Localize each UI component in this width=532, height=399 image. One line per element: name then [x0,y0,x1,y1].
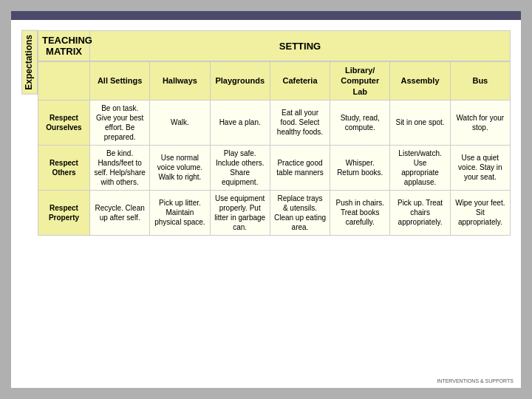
table-row: Respect PropertyRecycle. Clean up after … [38,190,511,235]
cell-r2-c2: Use equipment properly. Put litter in ga… [210,190,270,235]
cell-r1-c2: Play safe. Include others. Share equipme… [210,145,270,190]
cell-r2-c0: Recycle. Clean up after self. [90,190,150,235]
table-row: Respect OthersBe kind. Hands/feet to sel… [38,145,511,190]
setting-header: SETTING [90,31,511,61]
table-row: Respect OurselvesBe on task. Give your b… [38,100,511,145]
cell-r1-c4: Whisper. Return books. [330,145,390,190]
column-header-0: All Settings [90,62,150,100]
cell-r2-c6: Wipe your feet. Sit appropriately. [450,190,510,235]
cell-r0-c4: Study, read, compute. [330,100,390,145]
cell-r1-c0: Be kind. Hands/feet to self. Help/share … [90,145,150,190]
outer-layout: Expectations TEACHING MATRIX SETTING [21,30,511,236]
logo-area: INTERVENTIONS & SUPPORTS [437,378,514,383]
cell-r1-c3: Practice good table manners [270,145,330,190]
top-bar [11,11,521,20]
content: Expectations TEACHING MATRIX SETTING [21,30,511,236]
cell-r0-c0: Be on task. Give your best effort. Be pr… [90,100,150,145]
column-header-3: Cafeteria [270,62,330,100]
cell-r1-c1: Use normal voice volume. Walk to right. [150,145,210,190]
cell-r2-c1: Pick up litter. Maintain physical space. [150,190,210,235]
column-headers: All SettingsHallwaysPlaygroundsCafeteria… [38,62,511,100]
cell-r0-c6: Watch for your stop. [450,100,510,145]
column-header-2: Playgrounds [210,62,270,100]
cell-r0-c1: Walk. [150,100,210,145]
cell-r0-c2: Have a plan. [210,100,270,145]
logo-text: INTERVENTIONS & SUPPORTS [437,378,514,383]
teaching-matrix-title: TEACHING MATRIX [38,31,90,61]
expectation-label-0: Respect Ourselves [38,100,90,145]
cell-r2-c5: Pick up. Treat chairs appropriately. [390,190,450,235]
column-header-6: Bus [450,62,510,100]
slide: Expectations TEACHING MATRIX SETTING [11,11,521,388]
cell-r2-c3: Replace trays & utensils. Clean up eatin… [270,190,330,235]
matrix-table: All SettingsHallwaysPlaygroundsCafeteria… [38,61,511,236]
column-header-1: Hallways [150,62,210,100]
expectation-label-2: Respect Property [38,190,90,235]
column-header-4: Library/ Computer Lab [330,62,390,100]
expectations-label: Expectations [21,30,38,95]
cell-r2-c4: Push in chairs. Treat books carefully. [330,190,390,235]
empty-header [38,62,90,100]
cell-r1-c5: Listen/watch. Use appropriate applause. [390,145,450,190]
cell-r1-c6: Use a quiet voice. Stay in your seat. [450,145,510,190]
cell-r0-c3: Eat all your food. Select healthy foods. [270,100,330,145]
expectation-label-1: Respect Others [38,145,90,190]
cell-r0-c5: Sit in one spot. [390,100,450,145]
column-header-5: Assembly [390,62,450,100]
